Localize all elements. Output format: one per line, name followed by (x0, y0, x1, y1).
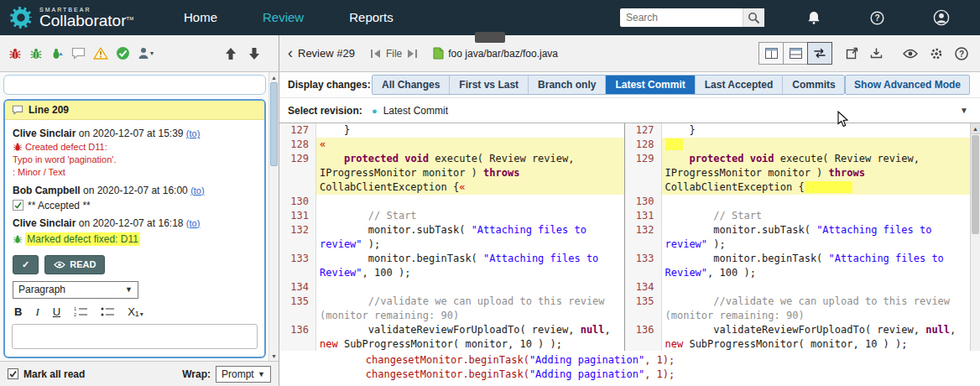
unified-view-icon[interactable] (783, 42, 808, 65)
diff-scroll-up-icon[interactable]: ▲ (971, 123, 980, 134)
account-icon[interactable] (933, 9, 950, 26)
line-number[interactable]: 130 (625, 195, 662, 209)
nav-home[interactable]: Home (161, 0, 240, 35)
sidebar-scroll-up-icon[interactable]: ▲ (269, 72, 279, 82)
mode-latest-commit[interactable]: Latest Commit (606, 76, 695, 94)
search-box[interactable] (620, 8, 764, 27)
mode-commits[interactable]: Commits (783, 76, 844, 94)
wrap-select[interactable]: Prompt ▼ (216, 366, 271, 383)
side-by-side-view-icon[interactable] (758, 42, 784, 65)
numbered-list-icon[interactable]: 12 (74, 306, 87, 317)
line-number[interactable]: 128 (625, 138, 662, 152)
green-bug-arrow-icon[interactable] (50, 47, 64, 60)
diff-line-129[interactable]: 129 protected void execute( Review revie… (625, 152, 971, 195)
diff-line-136[interactable]: 136 validateReviewForUploadTo( review, n… (625, 323, 971, 351)
sidebar-scroll-down-icon[interactable]: ▼ (269, 351, 279, 361)
line-number[interactable]: 127 (625, 123, 662, 138)
diff-line-128[interactable]: 128 (625, 138, 971, 152)
participants-icon[interactable]: ▾ (138, 47, 154, 60)
notifications-bell-icon[interactable] (806, 10, 821, 25)
revision-caret-icon[interactable]: ▼ (960, 106, 972, 115)
diff-line-134[interactable]: 134 (625, 280, 971, 295)
line-number[interactable]: 129 (625, 152, 662, 195)
diff-line-132[interactable]: 132 monitor.subTask( "Attaching files to… (625, 223, 971, 252)
diff-line-136[interactable]: 136 validateReviewForUploadTo( review, n… (279, 323, 624, 351)
review-title[interactable]: Review #29 (298, 47, 355, 60)
brand[interactable]: SMARTBEAR CollaboratorTM (0, 5, 151, 30)
download-icon[interactable] (870, 47, 883, 60)
line-number[interactable]: 132 (279, 223, 316, 252)
diff-scrollbar[interactable]: ▲ (970, 123, 980, 351)
goto-link[interactable]: (to) (186, 218, 201, 228)
diff-line-133[interactable]: 133 monitor.beginTask( "Attaching files … (279, 252, 624, 280)
warning-icon[interactable] (93, 47, 108, 60)
read-button[interactable]: READ (44, 255, 105, 274)
diff-line-135[interactable]: 135 //validate we can upload to this rev… (625, 295, 971, 323)
underline-button[interactable]: U (53, 305, 60, 318)
line-number[interactable]: 133 (279, 252, 316, 280)
line-number[interactable]: 127 (279, 123, 316, 138)
nav-reports[interactable]: Reports (326, 0, 416, 35)
bullet-list-icon[interactable] (101, 306, 114, 317)
green-bug-icon[interactable] (29, 47, 43, 60)
mode-branch-only[interactable]: Branch only (529, 76, 606, 94)
diff-line-130[interactable]: 130 (625, 195, 971, 209)
diff-line-127[interactable]: 127 } (625, 123, 971, 138)
comment-editor-input[interactable] (12, 324, 258, 349)
conversation-icon[interactable] (71, 47, 86, 60)
external-window-icon[interactable] (846, 47, 858, 60)
mode-first-vs-last[interactable]: First vs Last (450, 76, 529, 94)
next-comment-icon[interactable] (248, 47, 260, 60)
diff-line-130[interactable]: 130 (279, 195, 624, 209)
line-number[interactable]: 131 (279, 209, 316, 223)
line-number[interactable]: 136 (625, 323, 662, 351)
diff-line-128[interactable]: 128« (279, 138, 624, 152)
diff-line-131[interactable]: 131 // Start (279, 209, 624, 223)
diff-line-134[interactable]: 134 (279, 280, 624, 295)
diff-line-133[interactable]: 133 monitor.beginTask( "Attaching files … (625, 252, 971, 280)
sidebar-scrollbar[interactable]: ▲ ▼ (268, 72, 279, 361)
mode-all-changes[interactable]: All Changes (373, 76, 450, 94)
compare-view-icon[interactable] (807, 42, 832, 65)
revision-dropdown[interactable]: ● Latest Commit (372, 105, 960, 117)
line-number[interactable]: 135 (625, 295, 662, 323)
line-number[interactable]: 131 (625, 209, 662, 223)
line-number[interactable]: 129 (279, 152, 316, 195)
diff-line-132[interactable]: 132 monitor.subTask( "Attaching files to… (279, 223, 624, 252)
line-number[interactable]: 135 (279, 295, 316, 323)
mark-all-read-button[interactable]: Mark all read (23, 368, 85, 380)
sidebar-scroll-thumb[interactable] (270, 82, 278, 166)
line-number[interactable]: 130 (279, 195, 316, 209)
back-icon[interactable]: ‹ (288, 44, 293, 62)
line-number[interactable]: 133 (625, 252, 662, 280)
goto-link[interactable]: (to) (186, 128, 201, 138)
bold-button[interactable]: B (14, 305, 22, 318)
diff-line-127[interactable]: 127 } (279, 123, 624, 138)
line-number[interactable]: 134 (625, 280, 662, 295)
line-number[interactable]: 132 (625, 223, 662, 252)
settings-gear-icon[interactable] (930, 47, 943, 60)
subscript-button[interactable]: X 1 ▾ (128, 305, 143, 318)
diff-line-135[interactable]: 135 //validate we can upload to this rev… (279, 295, 624, 323)
prev-file-icon[interactable] (370, 49, 381, 59)
accept-comment-button[interactable]: ✓ (13, 255, 39, 274)
goto-link[interactable]: (to) (190, 185, 205, 196)
search-input[interactable] (620, 12, 743, 23)
comment-line-header[interactable]: Line 209 (5, 101, 264, 120)
line-number[interactable]: 136 (279, 323, 316, 351)
watch-eye-icon[interactable] (903, 49, 918, 59)
diff-scroll-thumb[interactable] (972, 135, 979, 234)
accept-icon[interactable] (116, 46, 130, 60)
show-advanced-mode-button[interactable]: Show Advanced Mode (845, 75, 970, 95)
nav-review[interactable]: Review (240, 0, 326, 35)
file-chip[interactable]: foo java/bar/baz/foo.java (433, 47, 558, 60)
line-number[interactable]: 128 (279, 138, 316, 152)
red-bug-icon[interactable] (8, 47, 22, 60)
search-icon[interactable] (743, 8, 764, 27)
next-file-icon[interactable] (407, 49, 418, 59)
previous-comment-box[interactable] (3, 75, 266, 95)
italic-button[interactable]: I (35, 305, 39, 319)
help-icon[interactable]: ? (870, 11, 884, 25)
prev-comment-icon[interactable] (225, 47, 237, 60)
paragraph-style-select[interactable]: Paragraph ▼ (13, 281, 138, 299)
